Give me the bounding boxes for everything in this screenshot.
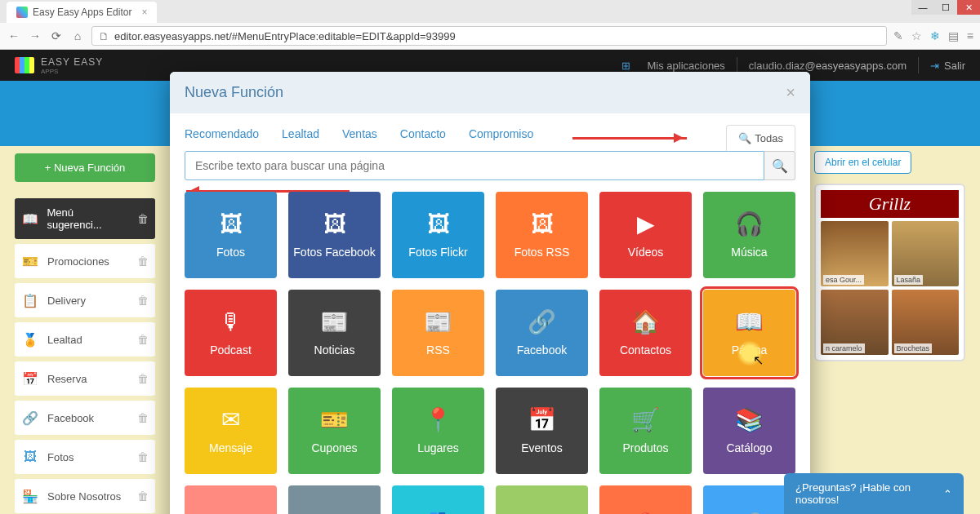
menu-icon[interactable]: ≡ — [967, 29, 973, 42]
tab-close-icon[interactable]: × — [141, 7, 147, 18]
function-tile[interactable]: 📍Lugares — [392, 388, 484, 474]
tile-icon: 🎫 — [320, 407, 349, 433]
function-tile[interactable]: 🎧Música — [703, 192, 795, 278]
window-close-button[interactable]: ✕ — [957, 0, 980, 15]
trash-icon[interactable]: 🗑 — [137, 333, 149, 346]
function-tile[interactable]: 🖼Fotos — [185, 192, 277, 278]
function-tile[interactable]: 📰Noticias — [288, 290, 381, 376]
sidebar-item[interactable]: 🏪Sobre Nosotros🗑 — [15, 479, 155, 513]
sidebar-item-icon: 🔗 — [21, 409, 39, 427]
ext-icon[interactable]: ✎ — [893, 29, 903, 42]
trash-icon[interactable]: 🗑 — [137, 490, 149, 503]
minimize-button[interactable]: — — [911, 0, 934, 15]
brand-sub: APPS — [41, 68, 103, 75]
preview-food-item[interactable]: esa Gour... — [821, 221, 889, 286]
function-tile[interactable]: 🖼Fotos Facebook — [288, 192, 381, 278]
reload-button[interactable]: ⟳ — [49, 29, 64, 43]
all-tab[interactable]: 🔍 Todas — [726, 125, 795, 151]
sidebar-item[interactable]: 📅Reserva🗑 — [15, 361, 155, 396]
tile-label: Noticias — [314, 343, 355, 357]
tile-icon: ▶ — [637, 211, 655, 237]
sidebar-item-icon: 🎫 — [21, 252, 39, 270]
sidebar-item-label: Promociones — [47, 255, 109, 268]
tile-icon: 🎧 — [735, 211, 764, 237]
tile-label: RSS — [426, 343, 450, 357]
function-tile[interactable]: 🍽 — [185, 485, 277, 514]
function-tile[interactable]: 📅Eventos — [496, 388, 588, 474]
function-tile[interactable]: 🖼Fotos RSS — [496, 192, 588, 278]
trash-icon[interactable]: 🗑 — [137, 294, 149, 307]
trash-icon[interactable]: 🗑 — [137, 450, 149, 463]
search-button[interactable]: 🔍 — [764, 151, 795, 180]
trash-icon[interactable]: 🗑 — [137, 372, 149, 385]
modal-tab[interactable]: Ventas — [342, 127, 377, 148]
preview-food-item[interactable]: n caramelo — [821, 290, 889, 355]
function-tile[interactable]: 📚Catálogo — [703, 388, 795, 474]
ext-icon[interactable]: ▤ — [948, 29, 959, 42]
tile-icon: 🖼 — [427, 211, 450, 237]
tab-title: Easy Easy Apps Editor — [33, 7, 131, 18]
open-mobile-button[interactable]: Abrir en el celular — [814, 151, 911, 174]
modal-tab[interactable]: Recomendado — [185, 127, 259, 148]
search-input[interactable] — [185, 151, 764, 180]
tile-label: Produtos — [622, 441, 668, 455]
cursor-icon: ↖ — [753, 352, 764, 368]
tile-icon: 🖼 — [220, 211, 243, 237]
function-tile[interactable]: ✉Mensaje — [185, 388, 277, 474]
sidebar-item[interactable]: 📖Menú sugerenci...🗑 — [15, 198, 155, 239]
my-apps-link[interactable]: Mis aplicaciones — [635, 60, 736, 72]
star-icon[interactable]: ☆ — [911, 29, 922, 42]
sidebar-item-label: Fotos — [47, 451, 74, 463]
function-tile[interactable]: 🏠Contactos — [599, 290, 692, 376]
function-tile[interactable]: 🖼Fotos Flickr — [392, 192, 484, 278]
new-function-modal: Nueva Función × RecomendadoLealtadVentas… — [170, 72, 810, 514]
function-tile[interactable]: 🔗 — [703, 485, 795, 514]
extension-icons: ✎ ☆ ❄ ▤ ≡ — [893, 29, 973, 42]
home-button[interactable]: ⌂ — [70, 29, 85, 43]
function-tile[interactable]: 🎫Cupones — [288, 388, 381, 474]
sidebar-item[interactable]: 🔗Facebook🗑 — [15, 401, 155, 435]
tile-label: Vídeos — [628, 246, 664, 259]
forward-button[interactable]: → — [28, 29, 42, 43]
function-tile[interactable]: 👥 — [496, 485, 588, 514]
sidebar-item-icon: 📋 — [21, 291, 39, 309]
modal-tab[interactable]: Compromiso — [469, 127, 533, 148]
trash-icon[interactable]: 🗑 — [137, 255, 149, 268]
function-tile[interactable] — [288, 485, 381, 514]
user-email[interactable]: claudio.diaz@easyeasyapps.com — [737, 60, 918, 72]
function-tile[interactable]: 📖Página↖ — [703, 290, 795, 376]
function-tile[interactable]: 🏅 — [392, 485, 484, 514]
preview-food-item[interactable]: Lasaña — [892, 221, 960, 286]
brand-logo[interactable]: EASY EASY APPS — [15, 56, 103, 75]
function-tile[interactable]: 🛒Produtos — [599, 388, 692, 474]
trash-icon[interactable]: 🗑 — [137, 212, 149, 225]
back-button[interactable]: ← — [7, 29, 21, 43]
sidebar-item-icon: 🏪 — [21, 487, 39, 505]
browser-tab[interactable]: Easy Easy Apps Editor × — [7, 2, 157, 23]
function-tile[interactable]: 🎙Podcast — [185, 290, 277, 376]
logout-link[interactable]: Salir — [944, 60, 965, 72]
ext-icon[interactable]: ❄ — [930, 29, 940, 42]
trash-icon[interactable]: 🗑 — [137, 411, 149, 424]
sidebar-item[interactable]: 🖼Fotos🗑 — [15, 440, 155, 474]
chat-widget[interactable]: ¿Preguntas? ¡Hable con nosotros! ⌃ — [784, 473, 964, 514]
modal-title: Nueva Función — [185, 84, 283, 101]
new-function-button[interactable]: + Nueva Función — [15, 153, 155, 182]
modal-tab[interactable]: Contacto — [400, 127, 446, 148]
function-tile[interactable]: 🔗Facebook — [496, 290, 588, 376]
tile-icon: 📍 — [424, 407, 452, 433]
function-tile[interactable]: 📰RSS — [392, 290, 484, 376]
sidebar: + Nueva Función 📖Menú sugerenci...🗑🎫Prom… — [0, 145, 163, 514]
tile-label: Fotos — [216, 246, 245, 259]
sidebar-item[interactable]: 📋Delivery🗑 — [15, 283, 155, 317]
sidebar-item[interactable]: 🎫Promociones🗑 — [15, 244, 155, 278]
maximize-button[interactable]: ☐ — [934, 0, 957, 15]
modal-close-button[interactable]: × — [786, 83, 795, 102]
modal-tab[interactable]: Lealtad — [282, 127, 319, 148]
url-input[interactable]: 🗋 editor.easyeasyapps.net/#MenuEntryPlac… — [91, 26, 887, 46]
sidebar-item[interactable]: 🏅Lealtad🗑 — [15, 322, 155, 357]
function-tile[interactable]: ▶Vídeos — [599, 192, 692, 278]
function-tile[interactable]: 📍 — [599, 485, 692, 514]
tile-label: Fotos Facebook — [293, 246, 375, 259]
preview-food-item[interactable]: Brochetas — [892, 290, 960, 355]
